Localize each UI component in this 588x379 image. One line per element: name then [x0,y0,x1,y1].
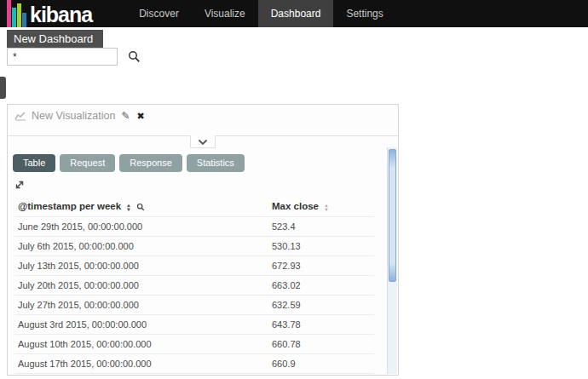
timestamp-cell: August 10th 2015, 00:00:00.000 [14,335,268,354]
kibana-app: kibana DiscoverVisualizeDashboardSetting… [0,0,588,379]
dashboard-title: New Dashboard [7,30,103,49]
max-close-cell: 530.13 [268,237,374,256]
sidebar-collapse-handle[interactable] [0,77,6,99]
table-header-row: @timestamp per week ▴▾ Max close ▴▾ [14,196,374,217]
sort-icon[interactable]: ▴▾ [325,203,327,211]
max-close-cell: 672.93 [268,256,374,276]
spy-tab[interactable]: Table [13,154,55,172]
nav-item[interactable]: Dashboard [258,0,334,27]
panel-title: New Visualization [32,110,115,122]
max-close-cell: 663.02 [268,276,374,296]
max-close-cell: 643.78 [268,315,374,335]
column-label: Max close [272,201,319,211]
timestamp-cell: August 3rd 2015, 00:00:00.000 [14,315,268,335]
search-button[interactable] [128,50,141,63]
spy-tab[interactable]: Response [119,154,182,172]
edit-panel-button[interactable]: ✎ [120,111,130,121]
table-body: June 29th 2015, 00:00:00.000 523.4 July … [14,217,374,379]
kibana-logo[interactable]: kibana [0,0,92,27]
visualization-area [8,125,398,135]
timestamp-cell: August 24th 2015, 00:00:00.000 [14,374,268,379]
nav-item[interactable]: Settings [333,0,395,27]
spy-tabs: TableRequestResponseStatistics [13,154,383,172]
timestamp-cell: July 13th 2015, 00:00:00.000 [14,256,268,276]
spy-panel: TableRequestResponseStatistics @timestam… [8,148,398,379]
expand-diagonal-icon [14,180,25,190]
scrollbar-thumb[interactable] [389,149,396,282]
main-nav: DiscoverVisualizeDashboardSettings [126,0,396,27]
column-header-timestamp[interactable]: @timestamp per week ▴▾ [14,196,268,217]
kibana-logo-stripes-icon [7,0,27,27]
timestamp-cell: July 20th 2015, 00:00:00.000 [14,276,268,296]
panel-header: New Visualization ✎ ✖ [8,105,398,125]
table-row: August 10th 2015, 00:00:00.000 660.78 [14,335,374,354]
sort-icon[interactable]: ▴▾ [127,203,130,211]
search-bar [7,48,141,66]
timestamp-cell: June 29th 2015, 00:00:00.000 [14,217,268,237]
column-label: @timestamp per week [18,201,121,211]
timestamp-cell: August 17th 2015, 00:00:00.000 [14,354,268,374]
max-close-cell: 660.78 [268,335,374,354]
nav-item[interactable]: Discover [126,0,192,27]
query-input[interactable] [7,48,118,66]
max-close-cell: 632.59 [268,296,374,315]
spy-collapse-button[interactable] [190,135,216,148]
top-navbar: kibana DiscoverVisualizeDashboardSetting… [0,0,588,27]
spy-data-table: @timestamp per week ▴▾ Max close ▴▾ [14,196,374,379]
table-row: August 3rd 2015, 00:00:00.000 643.78 [14,315,374,335]
spy-scrollbar[interactable] [387,147,397,374]
chevron-down-icon [198,139,208,146]
max-close-cell: 637.61 [268,374,374,379]
search-icon [128,50,141,63]
nav-item[interactable]: Visualize [192,0,258,27]
table-row: June 29th 2015, 00:00:00.000 523.4 [14,217,374,237]
timestamp-cell: July 27th 2015, 00:00:00.000 [14,296,268,315]
table-row: August 17th 2015, 00:00:00.000 660.9 [14,354,374,374]
pencil-icon: ✎ [121,110,130,122]
table-row: August 24th 2015, 00:00:00.000 637.61 [14,374,374,379]
visualization-panel: New Visualization ✎ ✖ TableRequestRespon… [7,104,399,376]
line-chart-icon [14,111,26,121]
table-row: July 13th 2015, 00:00:00.000 672.93 [14,256,374,276]
spy-tab[interactable]: Statistics [187,154,245,172]
timestamp-cell: July 6th 2015, 00:00:00.000 [14,237,268,256]
search-column-icon[interactable] [136,203,145,211]
brand-text: kibana [30,2,92,27]
table-row: July 6th 2015, 00:00:00.000 530.13 [14,237,374,256]
max-close-cell: 523.4 [268,217,374,237]
table-row: July 27th 2015, 00:00:00.000 632.59 [14,296,374,315]
expand-spy-button[interactable] [14,180,25,192]
max-close-cell: 660.9 [268,354,374,374]
close-icon: ✖ [137,111,145,121]
spy-divider [8,135,398,148]
spy-tab[interactable]: Request [60,154,115,172]
remove-panel-button[interactable]: ✖ [136,111,146,121]
table-row: July 20th 2015, 00:00:00.000 663.02 [14,276,374,296]
column-header-max-close[interactable]: Max close ▴▾ [268,196,374,217]
